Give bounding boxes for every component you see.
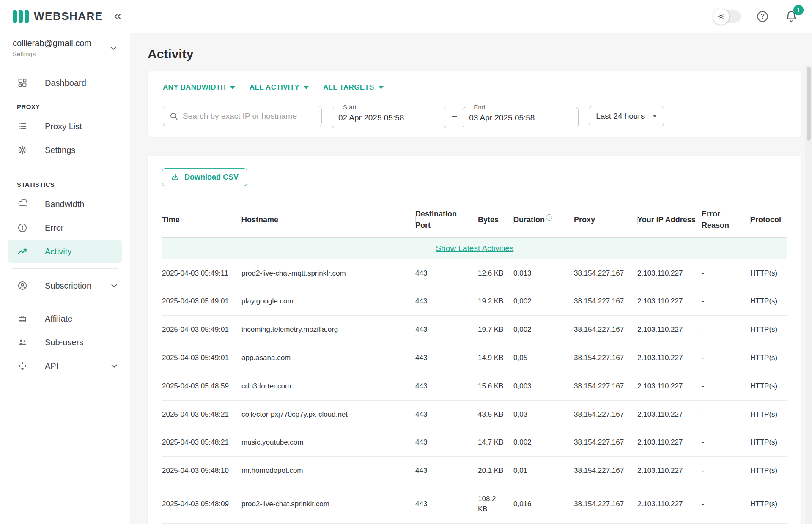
cell-proxy: 38.154.227.167 [574,287,637,316]
sidebar-item-error[interactable]: Error [0,216,130,240]
download-icon [171,173,179,181]
cell-protocol: HTTP(s) [750,428,787,457]
cell-proxy: 38.154.227.167 [574,259,637,287]
time-range-select[interactable]: Last 24 hours [589,106,664,126]
sidebar-item-api[interactable]: API [0,354,130,378]
sidebar-item-label: Affiliate [45,314,72,324]
cell-error-reason: - [702,344,750,372]
account-menu[interactable]: collierab@gmail.com Settings [0,33,130,62]
cell-error-reason: - [702,457,750,485]
start-date-field[interactable]: Start [332,104,446,128]
cell-time: 2025-04-03 05:49:01 [162,344,241,372]
svg-text:?: ? [760,13,765,20]
cell-proxy: 38.154.227.167 [574,372,637,400]
cell-bytes: 19.7 KB [478,316,513,344]
cell-time: 2025-04-03 05:49:11 [162,259,241,287]
settings-gear-icon [17,145,28,156]
activity-filter-dropdown[interactable]: ALL ACTIVITY [250,83,309,92]
search-field[interactable] [163,106,322,126]
proxy-list-icon [17,121,28,132]
cell-your-ip: 2.103.110.227 [637,485,702,523]
sidebar-item-settings[interactable]: Settings [0,138,130,162]
cell-duration: 0,03 [513,400,574,428]
table-row: 2025-04-03 05:48:59 cdn3.forter.com 443 … [162,372,787,400]
cell-error-reason: - [702,485,750,523]
cell-duration: 0,002 [513,287,574,316]
sidebar-item-label: Dashboard [45,78,86,88]
cell-your-ip: 2.103.110.227 [637,287,702,316]
cell-your-ip: 2.103.110.227 [637,457,702,485]
app-window: WEBSHARE collierab@gmail.com Settings Da… [0,0,812,524]
cell-protocol: HTTP(s) [750,316,787,344]
help-icon[interactable]: ? [755,9,770,24]
show-latest-activities-link[interactable]: Show Latest Activities [436,244,514,253]
sidebar-item-label: API [45,361,110,371]
search-input[interactable] [183,112,315,121]
collapse-sidebar-icon[interactable] [112,11,123,22]
cell-error-reason: - [702,428,750,457]
duration-info-icon[interactable] [546,214,552,221]
show-latest-row: Show Latest Activities [162,238,787,259]
cell-error-reason: - [702,316,750,344]
cell-proxy: 38.154.227.167 [574,316,637,344]
sidebar-item-proxy-list[interactable]: Proxy List [0,115,130,138]
col-header-error-reason: Error Reason [702,202,750,238]
cell-duration: 0,01 [513,457,574,485]
cell-destination-port: 443 [415,400,478,428]
download-csv-button[interactable]: Download CSV [162,168,247,186]
end-date-input[interactable] [469,111,572,128]
cell-time: 2025-04-03 05:48:21 [162,428,241,457]
targets-filter-label: ALL TARGETS [323,83,374,92]
scrollbar-thumb[interactable] [807,67,811,141]
bell-icon[interactable]: 1 [784,9,798,24]
sidebar-item-bandwidth[interactable]: Bandwidth [0,192,130,216]
cell-bytes: 43.5 KB [478,400,513,428]
chevron-down-icon [109,44,118,53]
cell-time: 2025-04-03 05:49:01 [162,316,241,344]
cell-destination-port: 443 [415,287,478,316]
cell-error-reason: - [702,259,750,287]
theme-toggle[interactable] [713,10,741,23]
filters-card: ANY BANDWIDTH ALL ACTIVITY ALL TARGETS [148,71,801,137]
bandwidth-cloud-icon [17,199,28,210]
dashboard-icon [17,77,28,88]
cell-protocol: HTTP(s) [750,344,787,372]
sidebar-item-dashboard[interactable]: Dashboard [0,71,130,95]
sidebar-item-affiliate[interactable]: Affiliate [0,307,130,330]
filter-inputs: Start – End Last 24 hours [163,104,786,128]
cell-destination-port: 443 [415,344,478,372]
caret-down-icon [379,86,384,89]
cell-your-ip: 2.103.110.227 [637,344,702,372]
cell-time: 2025-04-03 05:48:59 [162,372,241,400]
page-title: Activity [148,47,801,61]
table-row: 2025-04-03 05:49:01 incoming.telemetry.m… [162,316,787,344]
download-csv-label: Download CSV [184,173,239,182]
sidebar-item-subscription[interactable]: Subscription [0,274,130,297]
sidebar-item-label: Sub-users [45,338,83,347]
caret-down-icon [230,86,235,89]
end-date-field[interactable]: End [463,104,579,128]
filter-dropdowns: ANY BANDWIDTH ALL ACTIVITY ALL TARGETS [163,83,786,92]
subscription-account-icon [17,280,28,291]
sidebar-item-sub-users[interactable]: Sub-users [0,330,130,354]
cell-protocol: HTTP(s) [750,400,787,428]
sidebar-item-label: Error [45,223,63,233]
page-content: Activity ANY BANDWIDTH ALL ACTIVITY ALL … [130,33,812,524]
activity-filter-label: ALL ACTIVITY [250,83,299,92]
bandwidth-filter-dropdown[interactable]: ANY BANDWIDTH [163,83,235,92]
table-row: 2025-04-03 05:48:09 prod2-live-chat.spri… [162,485,787,523]
start-date-input[interactable] [338,111,440,128]
sidebar-item-activity[interactable]: Activity [8,240,122,263]
cell-protocol: HTTP(s) [750,485,787,523]
vertical-scrollbar[interactable] [805,65,812,524]
sub-users-icon [17,337,28,348]
cell-duration: 0,013 [513,259,574,287]
cell-your-ip: 2.103.110.227 [637,428,702,457]
targets-filter-dropdown[interactable]: ALL TARGETS [323,83,384,92]
time-range-value: Last 24 hours [596,112,645,121]
col-header-destination-port: Destination Port [415,202,478,238]
chevron-down-icon [110,281,119,290]
cell-destination-port: 443 [415,316,478,344]
cell-hostname: mr.homedepot.com [241,457,415,485]
cell-duration: 0,002 [513,316,574,344]
